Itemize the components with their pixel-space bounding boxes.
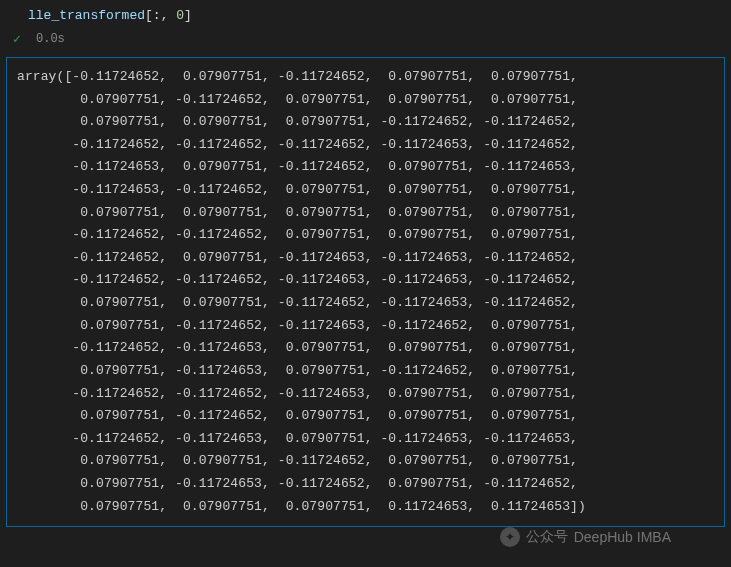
cell-status: ✓ 0.0s <box>0 29 731 55</box>
watermark: ✦ 公众号 DeepHub IMBA <box>500 527 671 547</box>
wechat-icon: ✦ <box>500 527 520 547</box>
code-line[interactable]: lle_transformed[:, 0] <box>28 8 192 23</box>
cell-output[interactable]: array([-0.11724652, 0.07907751, -0.11724… <box>6 57 725 527</box>
output-text: array([-0.11724652, 0.07907751, -0.11724… <box>17 66 724 518</box>
exec-time: 0.0s <box>36 32 65 46</box>
watermark-text: DeepHub IMBA <box>574 529 671 545</box>
success-icon: ✓ <box>6 31 28 47</box>
code-comma: , <box>161 8 177 23</box>
code-var: lle_transformed <box>28 8 145 23</box>
notebook-cell: lle_transformed[:, 0] ✓ 0.0s array([-0.1… <box>0 0 731 533</box>
code-colon: : <box>153 8 161 23</box>
code-open: [ <box>145 8 153 23</box>
watermark-prefix: 公众号 <box>526 528 568 546</box>
code-close: ] <box>184 8 192 23</box>
code-index: 0 <box>176 8 184 23</box>
cell-input[interactable]: lle_transformed[:, 0] <box>0 0 731 29</box>
